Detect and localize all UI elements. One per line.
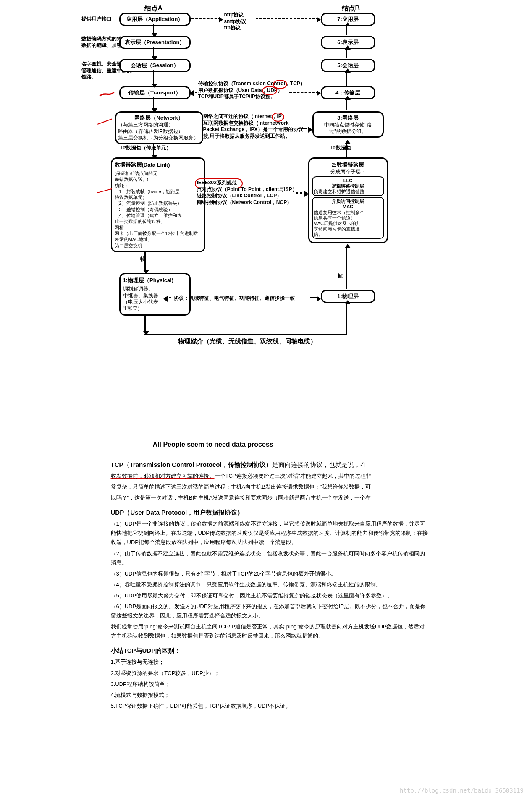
udp-p3: （3）UDP信息包的标题很短，只有8个字节，相对于TCP的20个字节信息包的额外…: [111, 569, 430, 578]
arrow: [346, 142, 347, 157]
mac-title: 介质访问控制层 MAC: [314, 199, 383, 209]
box-a-trans: 传输层（Transport）: [119, 86, 191, 99]
llc-box: LLC 逻辑链路控制层 负责建立和维护通信链路: [312, 176, 384, 196]
arrow: [346, 246, 347, 289]
udp-p1: （1）UDP是一个非连接的协议，传输数据之前源端和终端不建立连接，当它想传送时就…: [111, 519, 430, 547]
arrow: [346, 71, 347, 86]
tcp-p1: 收发数据前，必须和对方建立可靠的连接。一个TCP连接必须要经过三次"对话"才能建…: [111, 471, 430, 481]
sum-5: 5.TCP保证数据正确性，UDP可能丢包，TCP保证数据顺序，UDP不保证。: [111, 701, 430, 711]
arrow: [153, 143, 154, 157]
box-b-2: 2:数据链路层 分成两个子层： LLC 逻辑链路控制层 负责建立和维护通信链路 …: [308, 157, 388, 243]
mac-box: 介质访问控制层 MAC 信道复用技术（控制多个 信息共享一个信道） MAC层提供…: [312, 197, 384, 239]
udp-p7: 我们经常使用"ping"命令来测试两台主机之间TCP/IP通信是否正常，其实"p…: [111, 622, 430, 641]
dash: [165, 297, 171, 298]
arrow: [144, 252, 146, 272]
proto-trans: 传输控制协议（Transmission Control，TCP） 用户数据报协议…: [198, 81, 305, 100]
box-a-sess: 会话层（Session）: [119, 59, 191, 72]
tcp-heading: TCP（Transmission Control Protocol，传输控制协议…: [111, 461, 430, 469]
box-a-phy: 1:物理层（Physical) 调制解调器、 中继器、集线器 （电压大小代表 '…: [119, 273, 191, 316]
dl-body: (保证相邻结点间的无 差错数据传送。) 功能： （1）封装成帧（frame，链路…: [115, 170, 202, 249]
l3-body: 中间结点暂时存储"路 过"的数据分组。: [315, 122, 381, 135]
sum-3: 3.UDP程序结构较简单；: [111, 680, 430, 689]
dash: [191, 92, 197, 93]
net-title: 网络层（Network）: [118, 114, 200, 122]
tcp-p2: 常复杂，只简单的描述下这三次对话的简单过程：主机A向主机B发出连接请求数据包："…: [111, 482, 430, 492]
frame-label-b: 帧: [338, 273, 343, 280]
dash: [310, 297, 319, 298]
udp-p6: （6）UDP是面向报文的。发送方的UDP对应用程序交下来的报文，在添加首部后就向…: [111, 602, 430, 620]
proto-app: http协议 smtp协议 ftp协议: [224, 12, 246, 31]
arrow: [346, 302, 347, 334]
udp-p5: （5）UDP使用尽最大努力交付，即不保证可靠交付，因此主机不需要维持复杂的链接状…: [111, 591, 430, 600]
sum-1: 1.基于连接与无连接；: [111, 657, 430, 667]
arrow: [346, 24, 347, 35]
annot-app: 提供用户接口: [81, 16, 112, 23]
dash: [191, 18, 221, 19]
box-a-app: 应用层（Application）: [119, 13, 191, 26]
circle-ip: [272, 113, 284, 122]
proto-phy: 协议：机械特征、电气特征、功能特征、通信步骤一致: [174, 295, 295, 302]
osi-diagram: 结点A 结点B 提供用户接口 数据编码方式的约定 数据的翻译、加密、转换 名字查…: [81, 4, 459, 428]
l3-title: 3:网络层: [315, 114, 381, 122]
dash: [296, 192, 307, 194]
red-mark-1: ⁓: [97, 83, 117, 105]
physical-media: 物理媒介（光缆、无线信道、双绞线、同轴电缆）: [178, 337, 317, 345]
dash: [289, 92, 319, 93]
l2-sub: 分成两个子层：: [312, 169, 384, 175]
sum-2: 2.对系统资源的要求（TCP较多，UDP少）；: [111, 669, 430, 678]
proto-net: 网络之间互连的协议（Internet，IP） 互联网数据包交换协议（Intern…: [203, 113, 303, 139]
arrow: [144, 316, 146, 333]
arrow: [346, 98, 347, 110]
dash: [256, 18, 319, 19]
udp-p2: （2）由于传输数据不建立连接，因此也就不需要维护连接状态，包括收发状态等，因此一…: [111, 549, 430, 568]
ip-packet-label-a: IP数据包（传送单元）: [121, 145, 171, 152]
mac-body: 信道复用技术（控制多个 信息共享一个信道） MAC层提供对网卡的共 享访问与网卡…: [314, 210, 383, 238]
arrow: [153, 24, 154, 35]
llc-title: LLC 逻辑链路控制层: [314, 178, 383, 189]
arrow: [153, 47, 154, 58]
box-a-datalink: 数据链路层(Data Link) (保证相邻结点间的无 差错数据传送。) 功能：…: [111, 157, 205, 252]
net-body: （与第三方网络的沟通） 路由器（存储转发IP数据包） 第三层交换机（为分组交换网…: [118, 122, 200, 141]
arrow: [153, 70, 154, 86]
arrow: [153, 97, 154, 110]
circle-ieee802: [195, 178, 243, 188]
box-a-net: 网络层（Network） （与第三方网络的沟通） 路由器（存储转发IP数据包） …: [115, 111, 203, 144]
dl-title: 数据链路层(Data Link): [115, 161, 202, 169]
dash: [298, 128, 310, 129]
box-a-pres: 表示层（Presentation）: [119, 36, 191, 49]
sum-4: 4.流模式与数据报模式；: [111, 691, 430, 700]
summary-heading: 小结TCP与UDP的区别：: [111, 647, 430, 655]
l2-title: 2:数据链路层: [312, 161, 384, 169]
text-content: All People seem to need data process TCP…: [111, 441, 430, 711]
phy-title: 1:物理层（Physical): [123, 277, 187, 284]
circle-udp: [262, 86, 277, 95]
mnemonic: All People seem to need data process: [153, 441, 430, 448]
udp-p4: （4）吞吐量不受拥挤控制算法的调节，只受应用软件生成数据的速率、传输带宽、源端和…: [111, 580, 430, 589]
ip-packet-label-b: IP数据包: [331, 145, 351, 152]
arrow: [346, 47, 347, 58]
node-b-header: 结点B: [342, 4, 360, 13]
node-a-header: 结点A: [144, 4, 163, 13]
red-mark-2: |: [96, 116, 116, 126]
llc-body: 负责建立和维护通信链路: [314, 189, 383, 194]
media-line: [144, 334, 347, 335]
box-b-3: 3:网络层 中间结点暂时存储"路 过"的数据分组。: [312, 111, 384, 138]
tcp-p3: 以吗？"，这是第一次对话；主机B向主机A发送同意连接和要求同步（同步就是两台主机…: [111, 493, 430, 502]
udp-heading: UDP（User Data Protocol，用户数据报协议）: [111, 509, 430, 517]
